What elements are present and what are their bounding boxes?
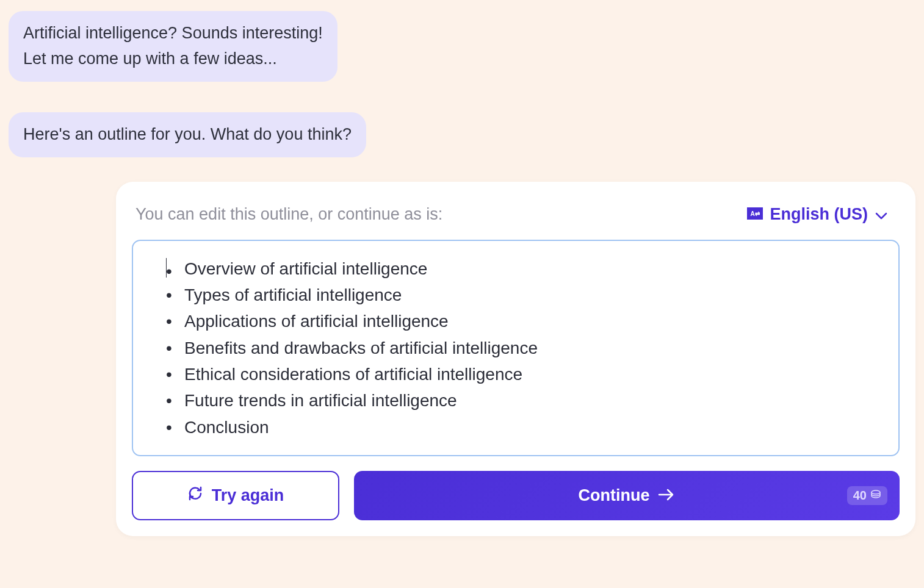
svg-text:A⇄: A⇄ [750, 210, 760, 217]
outline-item[interactable]: Conclusion [166, 414, 880, 440]
credits-badge: 40 [847, 486, 887, 505]
language-icon: A⇄ [747, 205, 763, 224]
try-again-button[interactable]: Try again [132, 471, 339, 520]
outline-item[interactable]: Overview of artificial intelligence [166, 256, 880, 282]
message-text-line2: Let me come up with a few ideas... [23, 49, 277, 68]
outline-item[interactable]: Benefits and drawbacks of artificial int… [166, 335, 880, 361]
card-instruction: You can edit this outline, or continue a… [135, 205, 442, 224]
svg-point-2 [872, 490, 880, 494]
card-header: You can edit this outline, or continue a… [132, 200, 900, 229]
arrow-right-icon [658, 486, 675, 505]
assistant-message-1: Artificial intelligence? Sounds interest… [9, 11, 337, 82]
outline-item[interactable]: Applications of artificial intelligence [166, 308, 880, 334]
button-row: Try again Continue 40 [132, 471, 900, 520]
refresh-icon [187, 486, 203, 506]
outline-list: Overview of artificial intelligence Type… [151, 256, 880, 441]
credits-count: 40 [853, 489, 867, 503]
language-selector[interactable]: A⇄ English (US) [738, 200, 897, 229]
outline-card: You can edit this outline, or continue a… [116, 182, 915, 537]
message-text-line1: Artificial intelligence? Sounds interest… [23, 24, 323, 42]
message-text: Here's an outline for you. What do you t… [23, 125, 352, 143]
continue-label: Continue [579, 486, 650, 505]
chevron-down-icon [875, 205, 887, 224]
try-again-label: Try again [212, 486, 284, 505]
outline-item[interactable]: Ethical considerations of artificial int… [166, 361, 880, 387]
outline-editor[interactable]: Overview of artificial intelligence Type… [132, 240, 900, 457]
assistant-message-2: Here's an outline for you. What do you t… [9, 112, 366, 157]
coins-icon [870, 489, 881, 503]
outline-item[interactable]: Types of artificial intelligence [166, 282, 880, 308]
outline-item[interactable]: Future trends in artificial intelligence [166, 387, 880, 414]
language-label: English (US) [770, 205, 868, 224]
continue-button[interactable]: Continue 40 [354, 471, 900, 520]
